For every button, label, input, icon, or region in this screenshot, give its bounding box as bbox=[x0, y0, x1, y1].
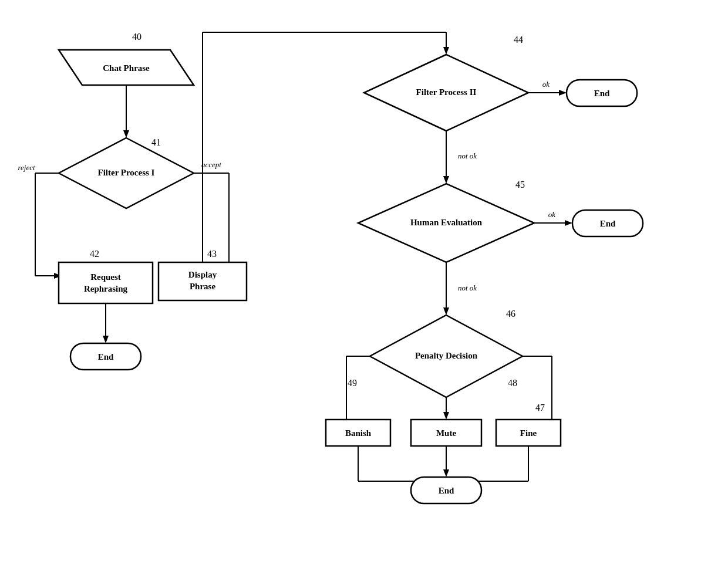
end3-label: End bbox=[600, 219, 616, 228]
svg-marker-21 bbox=[565, 220, 572, 226]
number-47: 47 bbox=[535, 403, 545, 413]
svg-marker-38 bbox=[443, 469, 449, 477]
fine-label: Fine bbox=[520, 428, 537, 438]
number-46: 46 bbox=[506, 309, 515, 319]
svg-marker-19 bbox=[443, 176, 449, 184]
request-rephrasing-shape bbox=[59, 262, 153, 303]
display-phrase-label2: Phrase bbox=[190, 282, 216, 291]
not-ok2-label: not ok bbox=[458, 283, 477, 292]
accept-label: accept bbox=[201, 160, 221, 169]
mute-label: Mute bbox=[436, 428, 456, 438]
end4-label: End bbox=[439, 486, 454, 495]
number-41: 41 bbox=[151, 137, 161, 147]
number-43: 43 bbox=[207, 249, 217, 259]
request-rephrasing-label2: Rephrasing bbox=[84, 284, 128, 293]
reject-label: reject bbox=[18, 163, 35, 172]
number-48: 48 bbox=[508, 378, 517, 388]
request-rephrasing-label1: Request bbox=[90, 272, 121, 282]
display-phrase-label1: Display bbox=[188, 270, 217, 279]
number-40: 40 bbox=[132, 32, 141, 42]
banish-label: Banish bbox=[345, 428, 372, 438]
svg-marker-29 bbox=[443, 412, 449, 420]
svg-marker-23 bbox=[443, 307, 449, 315]
chat-phrase-label: Chat Phrase bbox=[103, 63, 150, 73]
ok2-label: ok bbox=[548, 210, 556, 219]
number-45: 45 bbox=[515, 180, 525, 190]
not-ok1-label: not ok bbox=[458, 151, 477, 160]
svg-marker-17 bbox=[559, 90, 567, 96]
svg-marker-15 bbox=[443, 47, 449, 55]
filter2-label: Filter Process II bbox=[416, 87, 477, 97]
number-42: 42 bbox=[90, 249, 99, 259]
number-44: 44 bbox=[514, 35, 523, 45]
number-49: 49 bbox=[348, 378, 357, 388]
flowchart-diagram: 40 Chat Phrase 41 Filter Process I rejec… bbox=[0, 0, 728, 578]
svg-marker-1 bbox=[123, 130, 129, 138]
ok1-label: ok bbox=[542, 80, 550, 89]
end1-label: End bbox=[98, 352, 114, 361]
human-eval-label: Human Evaluation bbox=[410, 218, 483, 227]
filter1-label: Filter Process I bbox=[98, 168, 155, 177]
svg-marker-7 bbox=[103, 336, 109, 343]
end2-label: End bbox=[594, 89, 610, 98]
penalty-label: Penalty Decision bbox=[415, 351, 478, 360]
